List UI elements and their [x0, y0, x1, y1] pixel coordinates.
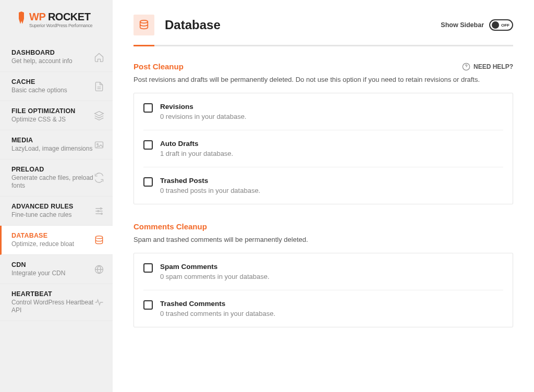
- logo-mark-icon: [17, 11, 26, 27]
- globe-icon: [94, 264, 104, 275]
- nav-desc: Optimize, reduce bloat: [11, 240, 74, 248]
- sidebar-item-database[interactable]: DATABASEOptimize, reduce bloat: [0, 226, 113, 255]
- nav-title: HEARTBEAT: [11, 290, 94, 298]
- nav-desc: Get help, account info: [11, 57, 72, 65]
- sidebar-item-media[interactable]: MEDIALazyLoad, image dimensions: [0, 130, 113, 160]
- svg-point-2: [100, 207, 102, 209]
- need-help-link[interactable]: NEED HELP?: [462, 63, 513, 71]
- option-title: Trashed Posts: [160, 177, 260, 185]
- nav-desc: Basic cache options: [11, 87, 67, 94]
- sidebar-item-cdn[interactable]: CDNIntegrate your CDN: [0, 255, 113, 284]
- option-checkbox[interactable]: [143, 103, 153, 113]
- option-checkbox[interactable]: [143, 177, 153, 187]
- nav-title: CDN: [11, 261, 65, 268]
- file-icon: [94, 81, 104, 92]
- option-title: Spam Comments: [160, 263, 270, 271]
- database-icon: [94, 235, 104, 246]
- layers-icon: [94, 111, 104, 121]
- section-desc: Spam and trashed comments will be perman…: [134, 235, 513, 244]
- sidebar-toggle-group: Show Sidebar OFF: [441, 19, 513, 31]
- nav-desc: Control WordPress Heartbeat API: [11, 299, 94, 314]
- options-box: Revisions0 revisions in your database.Au…: [134, 93, 513, 204]
- refresh-icon: [94, 173, 104, 183]
- section-title: Comments Cleanup: [134, 222, 207, 231]
- heartbeat-icon: [94, 297, 104, 308]
- option-desc: 1 draft in your database.: [160, 150, 233, 157]
- logo-text: WP ROCKET: [29, 11, 90, 22]
- page-header: Database Show Sidebar OFF: [134, 15, 513, 45]
- sidebar-item-cache[interactable]: CACHEBasic cache options: [0, 72, 113, 101]
- svg-point-1: [97, 143, 99, 145]
- sliders-icon: [94, 206, 104, 216]
- database-icon: [134, 15, 154, 35]
- home-icon: [94, 52, 104, 63]
- show-sidebar-toggle[interactable]: OFF: [489, 19, 513, 31]
- option-title: Trashed Comments: [160, 300, 275, 308]
- section-post-cleanup: Post CleanupNEED HELP?Post revisions and…: [134, 62, 513, 204]
- option-desc: 0 trashed posts in your database.: [160, 187, 260, 194]
- nav-desc: Integrate your CDN: [11, 270, 65, 277]
- option-title: Auto Drafts: [160, 140, 233, 148]
- main-content: Database Show Sidebar OFF Post CleanupNE…: [113, 0, 534, 392]
- nav-title: PRELOAD: [11, 166, 94, 173]
- nav-title: DATABASE: [11, 232, 74, 239]
- logo-tagline: Superior WordPress Performance: [29, 23, 92, 28]
- option-row: Trashed Posts0 trashed posts in your dat…: [143, 167, 503, 204]
- sidebar-item-dashboard[interactable]: DASHBOARDGet help, account info: [0, 43, 113, 72]
- option-checkbox[interactable]: [143, 300, 153, 310]
- page-title: Database: [165, 18, 430, 32]
- options-box: Spam Comments0 spam comments in your dat…: [134, 253, 513, 327]
- option-row: Spam Comments0 spam comments in your dat…: [143, 253, 503, 290]
- svg-point-7: [140, 20, 148, 23]
- svg-point-4: [101, 213, 103, 214]
- section-title: Post Cleanup: [134, 62, 184, 71]
- option-desc: 0 revisions in your database.: [160, 113, 246, 120]
- logo-area: WP ROCKET Superior WordPress Performance: [0, 0, 113, 43]
- toggle-label: Show Sidebar: [441, 21, 484, 29]
- nav-desc: LazyLoad, image dimensions: [11, 145, 92, 153]
- svg-point-5: [95, 236, 102, 238]
- image-icon: [94, 140, 104, 150]
- option-checkbox[interactable]: [143, 140, 153, 150]
- option-title: Revisions: [160, 103, 246, 111]
- tab-indicator: [134, 45, 513, 46]
- sidebar-item-preload[interactable]: PRELOADGenerate cache files, preload fon…: [0, 160, 113, 197]
- nav-title: DASHBOARD: [11, 49, 72, 56]
- nav-desc: Optimize CSS & JS: [11, 116, 76, 124]
- sidebar-item-heartbeat[interactable]: HEARTBEATControl WordPress Heartbeat API: [0, 284, 113, 321]
- svg-point-3: [98, 210, 99, 212]
- nav-desc: Generate cache files, preload fonts: [11, 174, 94, 190]
- section-comments-cleanup: Comments CleanupSpam and trashed comment…: [134, 222, 513, 327]
- option-row: Auto Drafts1 draft in your database.: [143, 130, 503, 167]
- sidebar-item-advanced-rules[interactable]: ADVANCED RULESFine-tune cache rules: [0, 197, 113, 226]
- sidebar-item-file-optimization[interactable]: FILE OPTIMIZATIONOptimize CSS & JS: [0, 101, 113, 130]
- nav-title: CACHE: [11, 78, 67, 85]
- nav-desc: Fine-tune cache rules: [11, 211, 74, 219]
- nav-title: MEDIA: [11, 137, 92, 144]
- sidebar: WP ROCKET Superior WordPress Performance…: [0, 0, 113, 392]
- option-row: Revisions0 revisions in your database.: [143, 93, 503, 130]
- nav-title: ADVANCED RULES: [11, 203, 74, 210]
- option-row: Trashed Comments0 trashed comments in yo…: [143, 290, 503, 327]
- section-desc: Post revisions and drafts will be perman…: [134, 75, 513, 84]
- nav-title: FILE OPTIMIZATION: [11, 107, 76, 115]
- option-desc: 0 trashed comments in your database.: [160, 310, 275, 317]
- logo: WP ROCKET Superior WordPress Performance: [17, 11, 103, 28]
- option-desc: 0 spam comments in your database.: [160, 273, 270, 280]
- option-checkbox[interactable]: [143, 263, 153, 273]
